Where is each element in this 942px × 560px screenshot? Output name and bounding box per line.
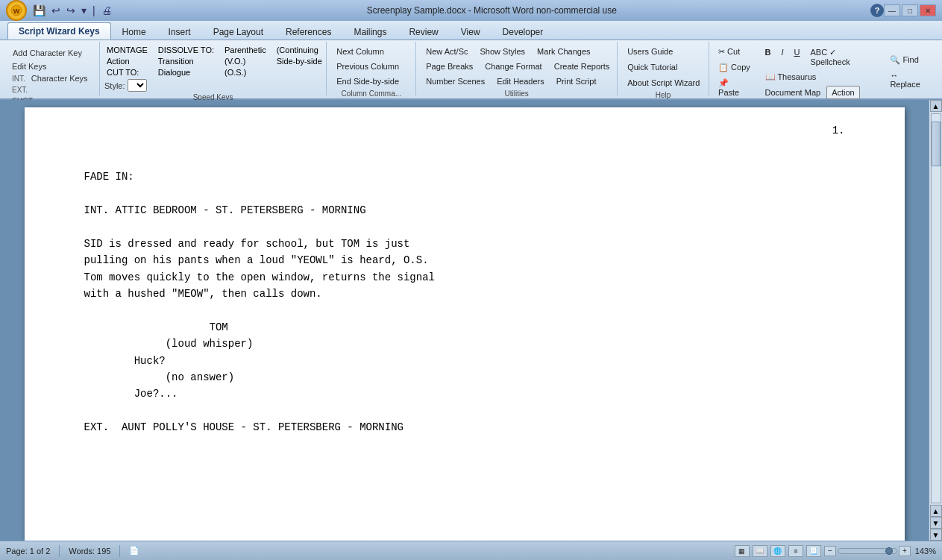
vertical-scrollbar[interactable]: ▲ ▲ ▼ ▼ (929, 100, 942, 541)
utilities-column: New Act/Sc Show Styles Mark Changes Page… (421, 45, 612, 88)
scroll-prev-page-button[interactable]: ▲ (930, 505, 942, 517)
scene-heading-1: INT. ATTIC BEDROOM - ST. PETERSBERG - MO… (84, 204, 366, 216)
tab-mailings[interactable]: Mailings (342, 23, 398, 40)
vo-key[interactable]: (V.O.) (222, 56, 269, 66)
next-column-button[interactable]: Next Column (331, 45, 411, 58)
column-commands-group-label: Column Comma... (331, 88, 411, 98)
document-page[interactable]: 1. FADE IN: INT. ATTIC BEDROOM - ST. PET… (25, 107, 905, 541)
fade-in: FADE IN: (84, 171, 134, 183)
status-bar: Page: 1 of 2 Words: 195 📄 ▦ 📖 🌐 ≡ 📃 − + … (0, 541, 942, 560)
continuing-key[interactable]: (Continuing (274, 45, 324, 55)
web-layout-button[interactable]: 🌐 (770, 545, 785, 557)
save-icon[interactable]: 💾 (31, 3, 47, 18)
edit-headers-button[interactable]: Edit Headers (492, 75, 550, 88)
page-number: 1. (832, 122, 845, 139)
previous-column-button[interactable]: Previous Column (331, 60, 411, 73)
quick-tutorial-button[interactable]: Quick Tutorial (622, 60, 704, 74)
draft-button[interactable]: 📃 (806, 545, 821, 557)
document-area[interactable]: 1. FADE IN: INT. ATTIC BEDROOM - ST. PET… (0, 100, 929, 541)
page-breaks-button[interactable]: Page Breaks (421, 60, 478, 73)
document-content[interactable]: FADE IN: INT. ATTIC BEDROOM - ST. PETERS… (84, 152, 845, 453)
status-bar-right: ▦ 📖 🌐 ≡ 📃 − + 143% (735, 545, 936, 557)
tab-home[interactable]: Home (111, 23, 157, 40)
zoom-control: − + 143% (824, 546, 936, 556)
end-side-by-side-button[interactable]: End Side-by-side (331, 75, 411, 88)
change-format-button[interactable]: Change Format (480, 60, 547, 73)
print-script-button[interactable]: Print Script (551, 75, 602, 88)
customize-icon[interactable]: ▾ (80, 3, 88, 18)
redo-icon[interactable]: ↪ (65, 3, 77, 18)
add-character-key-button[interactable]: Add Character Key (9, 46, 86, 60)
tab-insert[interactable]: Insert (157, 23, 202, 40)
ribbon: Add Character Key Edit Keys INT. Charact… (0, 40, 942, 100)
scroll-down-button[interactable]: ▼ (930, 529, 942, 541)
ribbon-group-column-commands: Next Column Previous Column End Side-by-… (327, 42, 416, 95)
tab-script-wizard-keys[interactable]: Script Wizard Keys (7, 22, 111, 40)
action-button[interactable]: Action (826, 86, 860, 99)
os-key[interactable]: (O.S.) (222, 67, 269, 78)
tab-review[interactable]: Review (398, 23, 449, 40)
about-script-wizard-button[interactable]: About Script Wizard (622, 76, 704, 89)
side-by-side-key[interactable]: Side-by-side (274, 56, 324, 66)
new-act-sc-button[interactable]: New Act/Sc (421, 45, 473, 58)
create-reports-button[interactable]: Create Reports (549, 60, 615, 73)
tab-references[interactable]: References (274, 23, 342, 40)
tab-developer[interactable]: Developer (492, 23, 555, 40)
tab-view[interactable]: View (450, 23, 492, 40)
cut-to-key[interactable]: CUT TO: (104, 67, 150, 78)
italic-button[interactable]: I (776, 45, 788, 69)
print-layout-button[interactable]: ▦ (735, 545, 750, 557)
char-keys-row: INT. Character Keys (9, 73, 91, 84)
bold-button[interactable]: B (761, 45, 776, 69)
dialogue-key[interactable]: Dialogue (156, 67, 216, 78)
cut-button[interactable]: ✂ Cut (714, 45, 756, 59)
ribbon-group-character-keys: Add Character Key Edit Keys INT. Charact… (3, 42, 100, 95)
undo-icon[interactable]: ↩ (50, 3, 62, 18)
dialogue-2: Joe?... (84, 388, 178, 400)
find-button[interactable]: 🔍 Find (885, 53, 935, 67)
paste-button[interactable]: 📌 Paste (714, 76, 756, 99)
ribbon-group-utilities: New Act/Sc Show Styles Mark Changes Page… (416, 42, 618, 95)
replace-button[interactable]: ↔ Replace (885, 69, 935, 91)
dissolve-to-key[interactable]: DISSOLVE TO: (156, 45, 216, 55)
montage-key[interactable]: MONTAGE (104, 45, 150, 55)
underline-button[interactable]: U (790, 45, 805, 69)
character-tom: TOM (84, 321, 228, 333)
copy-button[interactable]: 📋 Copy (714, 60, 756, 75)
status-separator-2 (119, 545, 120, 557)
scroll-track[interactable] (931, 113, 941, 503)
scroll-thumb[interactable] (932, 122, 941, 166)
print-preview-icon[interactable]: 🖨 (100, 3, 113, 18)
zoom-slider-thumb[interactable] (885, 547, 893, 555)
outline-button[interactable]: ≡ (788, 545, 803, 557)
parenthetical-1: (loud whisper) (84, 338, 254, 350)
minimize-button[interactable]: — (884, 4, 900, 16)
show-styles-button[interactable]: Show Styles (475, 45, 531, 58)
mark-changes-button[interactable]: Mark Changes (532, 45, 596, 58)
spellcheck-button[interactable]: ABC ✓ Spellcheck (806, 45, 882, 69)
zoom-slider[interactable] (838, 548, 897, 554)
scroll-up-button[interactable]: ▲ (930, 100, 942, 112)
edit-keys-row: Edit Keys (9, 61, 49, 72)
character-keys-button[interactable]: Character Keys (31, 74, 88, 83)
scene-heading-2: EXT. AUNT POLLY'S HOUSE - ST. PETERSBERG… (84, 421, 404, 433)
edit-keys-button[interactable]: Edit Keys (12, 62, 46, 71)
number-scenes-button[interactable]: Number Scenes (421, 75, 490, 88)
scroll-next-page-button[interactable]: ▼ (930, 517, 942, 529)
office-button[interactable]: W (6, 0, 27, 21)
zoom-out-button[interactable]: − (824, 546, 836, 556)
zoom-in-button[interactable]: + (899, 546, 911, 556)
full-reading-button[interactable]: 📖 (753, 545, 767, 557)
close-button[interactable]: ✕ (920, 4, 936, 16)
action-key[interactable]: Action (104, 56, 150, 66)
document-map-button[interactable]: Document Map (761, 86, 826, 99)
style-select[interactable] (128, 79, 147, 92)
transition-key[interactable]: Transition (156, 56, 216, 66)
parenthetic-key[interactable]: Parenthetic (222, 45, 269, 55)
maximize-button[interactable]: □ (902, 4, 918, 16)
help-button[interactable]: ? (870, 4, 884, 17)
users-guide-button[interactable]: Users Guide (622, 45, 704, 58)
page-info: Page: 1 of 2 (6, 547, 50, 556)
tab-page-layout[interactable]: Page Layout (202, 23, 274, 40)
thesaurus-button[interactable]: 📖 Thesaurus (761, 70, 821, 84)
